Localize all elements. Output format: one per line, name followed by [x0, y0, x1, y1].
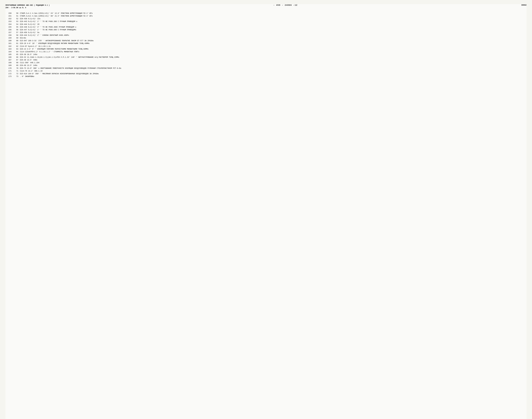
row-num2: 68 [12, 61, 19, 64]
row-num1: 152 [5, 17, 12, 20]
row-num2: 71 [12, 70, 19, 72]
row-text: . К° ЗАХАРОВАо [19, 75, 527, 78]
table-row: 16666Е26-32 11.31А2.1.31(А3.1.5)(А4.1.5)… [5, 56, 527, 59]
row-num1: 159 [5, 37, 12, 39]
table-row: 16262С114-97 Купп=1.2' 18.1.83.1.2о [5, 45, 527, 48]
row-text: Е26-19 4-6' 18' ' ИЗОЛЯЦИЯ ВОЗДУХОВОДОВ … [19, 42, 527, 45]
row-num1: 160 [5, 39, 12, 42]
row-text: Е28-443 9₂2(=3)' 1° ' ТО ЖЕ Р480.388 С Р… [19, 20, 527, 23]
row-num1: 153 [5, 20, 12, 23]
table-row: 16767Е26-38 13.5' 440о [5, 59, 527, 61]
table-row: 16464С114-123оКУПЛ=1.2' 9.1.83.1.2' ' СТ… [5, 51, 527, 53]
row-num1: 151 [5, 15, 12, 17]
row-num2: 70 [12, 67, 19, 70]
row-num1: 162 [5, 45, 12, 48]
row-num1: 169 [5, 64, 12, 67]
row-text: Е28-444 9₂2(=3)' 2б [19, 23, 527, 26]
row-text: СТАОП.3₀4(1 4.3ап.12953(=21)' 60' 21.5' … [19, 15, 527, 17]
table-row: 15050СТАОП.3₀4.1 4.3ап.12931(=21)' 24' 1… [5, 12, 527, 15]
page: ПРОГРАММНАЯ КОМПЛЕКС АВС-ЗЕС ( РЕДАКЦИЯ … [5, 4, 527, 419]
row-text: Е26-73 13.9° 308' о ОБЕРТЫВАНИЕ ПОВЕРХНО… [19, 67, 527, 70]
row-num1: 164 [5, 51, 12, 53]
row-num1: 173 [5, 75, 12, 78]
row-text: С114-97 Купп=1.2' 18.1.83.1.2о [19, 45, 527, 48]
table-row: 15656Е28-447 9₂3(=3)' 1° ' ТО ЖЕ Р600.60… [5, 28, 527, 31]
row-num1: 166 [5, 56, 12, 59]
row-num2: 63 [12, 48, 19, 51]
row-text: Е26-69 13.5' 149о [19, 64, 527, 67]
row-text: Е15-614 164-8' 350' ' МАСЛЯНАЯ ОКРАСКА Н… [19, 72, 527, 75]
row-text: Е28-456 9₂3(=3)' 9о [19, 31, 527, 34]
table-row: 16161Е26-19 4-6' 18' ' ИЗОЛЯЦИЯ ВОЗДУХОВ… [5, 42, 527, 45]
table-row: 15757Е28-456 9₂3(=3)' 9о [5, 31, 527, 34]
table-row: 15454Е28-444 9₂2(=3)' 2б [5, 23, 527, 26]
table-row: 15252Е28-438 9₁1(=3)' 22о [5, 17, 527, 20]
row-num2: 73 [12, 75, 19, 78]
row-num1: 150 [5, 12, 12, 15]
row-num2: 57 [12, 31, 19, 34]
row-num2: 51 [12, 15, 19, 17]
row-num2: 52 [12, 17, 19, 20]
row-num1: 165 [5, 53, 12, 56]
row-num1: 161 [5, 42, 12, 45]
row-num1: 154 [5, 23, 12, 26]
row-num2: 58 [12, 34, 19, 37]
row-text: Е26-13 3-4' 9' ' ИЗОЛЯЦИЯ ПЛИТАМИ ПОЛУЕС… [19, 48, 527, 51]
row-text: Н21=0о [19, 37, 527, 39]
table-row: 15151СТАОП.3₀4(1 4.3ап.12953(=21)' 60' 2… [5, 15, 527, 17]
table-row: 15353Е28-443 9₂2(=3)' 1° ' ТО ЖЕ Р480.38… [5, 20, 527, 23]
row-num2: 54 [12, 23, 19, 26]
content-table: 15050СТАОП.3₀4.1 4.3ап.12931(=21)' 24' 1… [5, 12, 527, 78]
table-row: 16060Е15-047 166-3-31' 378' ' АНТИКОРРОЗ… [5, 39, 527, 42]
table-row: 15959Н21=0о [5, 37, 527, 39]
row-num2: 59 [12, 37, 19, 39]
row-text: Е28-447 9₂3(=3)' 1° ' ТО ЖЕ Р600.600 С Р… [19, 28, 527, 31]
row-num1: 171 [5, 70, 12, 72]
row-num2: 50 [12, 12, 19, 15]
row-text: Е26-38 13.5' 440о [19, 59, 527, 61]
table-row: 17171С114-76 14.2' 388.1.19 [5, 70, 527, 72]
row-text: Е26-32 11.31А2.1.31(А3.1.5)(А4.1.5)оТЕХ.… [19, 56, 527, 59]
row-num2: 61 [12, 42, 19, 45]
row-num1: 170 [5, 67, 12, 70]
row-num2: 60 [12, 39, 19, 42]
row-num1: 155 [5, 26, 12, 28]
row-num1: 157 [5, 31, 12, 34]
row-num2: 53 [12, 20, 19, 23]
row-num2: 67 [12, 59, 19, 61]
row-num2: 55 [12, 26, 19, 28]
table-row: 15858Е28-444 9₂2(=3)' 2° ' КЛАПАН ОБРАТН… [5, 34, 527, 37]
table-row: 16868С111-368' 448.1.194 [5, 61, 527, 64]
table-row: 15555Е28-446 9₂2(=3)' 4° ' ТО ЖЕ Р600.48… [5, 26, 527, 28]
row-text: Е15-047 166-3-31' 378' ' АНТИКОРРОЗИАНОЕ… [19, 39, 527, 42]
row-num1: 167 [5, 59, 12, 61]
row-text: С114-123оКУПЛ=1.2' 9.1.83.1.2' ' СТОИМОС… [19, 51, 527, 53]
row-num2: 64 [12, 51, 19, 53]
row-num2: 69 [12, 64, 19, 67]
row-num1: 158 [5, 34, 12, 37]
row-text: С111-368' 448.1.194 [19, 61, 527, 64]
table-row: 16565Е26-38 18.5' 149о [5, 53, 527, 56]
row-text: Е26-38 18.5' 149о [19, 53, 527, 56]
row-num2: 66 [12, 56, 19, 59]
program-title: ПРОГРАММНАЯ КОМПЛЕКС АВС-ЗЕС ( РЕДАКЦИЯ … [5, 4, 50, 7]
row-text: СТАОП.3₀4.1 4.3ап.12931(=21)' 24' 12.6' … [19, 12, 527, 15]
row-num2: 72 [12, 72, 19, 75]
row-num1: 172 [5, 72, 12, 75]
table-row: 16969Е26-69 13.5' 149о [5, 64, 527, 67]
doc-number: 294 - 3-56.90 аа 9₁ 4 [5, 7, 50, 9]
header-center: - 459 - 24866 -12 [273, 4, 297, 6]
row-text: Е28-438 9₁1(=3)' 22о [19, 17, 527, 20]
row-num1: 168 [5, 61, 12, 64]
table-row: 17272Е15-614 164-8' 350' ' МАСЛЯНАЯ ОКРА… [5, 72, 527, 75]
table-row: 16363Е26-13 3-4' 9' ' ИЗОЛЯЦИЯ ПЛИТАМИ П… [5, 48, 527, 51]
table-row: 17373. К° ЗАХАРОВАо [5, 75, 527, 78]
page-header: ПРОГРАММНАЯ КОМПЛЕКС АВС-ЗЕС ( РЕДАКЦИЯ … [5, 4, 527, 10]
header-right: 39982 [521, 4, 527, 6]
row-num1: 163 [5, 48, 12, 51]
row-text: С114-76 14.2' 388.1.19 [19, 70, 527, 72]
row-text: Е28-444 9₂2(=3)' 2° ' КЛАПАН ОБРАТНЫЙ К4… [19, 34, 527, 37]
row-text: Е28-446 9₂2(=3)' 4° ' ТО ЖЕ Р600.488С РУ… [19, 26, 527, 28]
table-row: 17070Е26-73 13.9° 308' о ОБЕРТЫВАНИЕ ПОВ… [5, 67, 527, 70]
row-num2: 65 [12, 53, 19, 56]
